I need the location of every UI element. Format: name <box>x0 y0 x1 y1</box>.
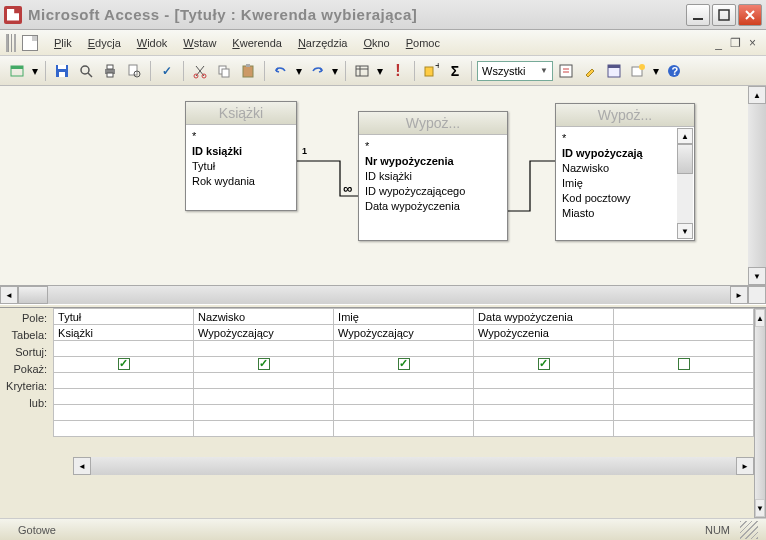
help-button[interactable]: ? <box>663 60 685 82</box>
spelling-button[interactable]: ✓ <box>156 60 178 82</box>
save-button[interactable] <box>51 60 73 82</box>
table-field[interactable]: Data wypożyczenia <box>365 199 501 214</box>
top-values-input[interactable] <box>482 65 534 77</box>
grid-cell-sortuj[interactable] <box>614 341 754 357</box>
table-header[interactable]: Książki <box>186 102 296 125</box>
new-object-dropdown[interactable]: ▾ <box>651 60 661 82</box>
grid-cell-e2[interactable] <box>474 421 614 437</box>
grid-cell-pokaz[interactable] <box>334 357 474 373</box>
cut-button[interactable] <box>189 60 211 82</box>
show-checkbox[interactable] <box>258 358 270 370</box>
menu-narzędzia[interactable]: Narzędzia <box>290 33 356 53</box>
scroll-thumb[interactable] <box>18 286 48 304</box>
table-field[interactable]: ID książki <box>192 144 290 159</box>
grid-cell-pole[interactable]: Data wypożyczenia <box>474 309 614 325</box>
grid-cell-e1[interactable] <box>614 405 754 421</box>
table-field[interactable]: Kod pocztowy <box>562 191 672 206</box>
qbe-grid[interactable]: TytułNazwiskoImięData wypożyczeniaKsiążk… <box>53 308 754 437</box>
scroll-left-icon[interactable]: ◄ <box>73 457 91 475</box>
mdi-close-button[interactable]: × <box>745 36 760 50</box>
grid-cell-lub[interactable] <box>194 389 334 405</box>
properties-button[interactable] <box>555 60 577 82</box>
grid-cell-sortuj[interactable] <box>334 341 474 357</box>
table-field[interactable]: Rok wydania <box>192 174 290 189</box>
menu-widok[interactable]: Widok <box>129 33 176 53</box>
resize-grip-icon[interactable] <box>740 521 758 539</box>
menu-kwerenda[interactable]: Kwerenda <box>224 33 290 53</box>
diagram-vscroll[interactable]: ▲ ▼ <box>748 86 766 285</box>
paste-button[interactable] <box>237 60 259 82</box>
grid-cell-pole[interactable]: Imię <box>334 309 474 325</box>
grid-cell-tabela[interactable] <box>614 325 754 341</box>
grid-cell-kryteria[interactable] <box>474 373 614 389</box>
grid-cell-e2[interactable] <box>614 421 754 437</box>
table-field[interactable]: Miasto <box>562 206 672 221</box>
table-field[interactable]: ID wypożyczają <box>562 146 672 161</box>
show-checkbox[interactable] <box>538 358 550 370</box>
build-button[interactable] <box>579 60 601 82</box>
toolbar-handle-icon[interactable] <box>6 34 16 52</box>
table-field[interactable]: Nazwisko <box>562 161 672 176</box>
new-object-button[interactable] <box>627 60 649 82</box>
scroll-right-icon[interactable]: ► <box>730 286 748 304</box>
table-box-0[interactable]: Książki*ID książkiTytułRok wydania <box>185 101 297 211</box>
view-button[interactable] <box>6 60 28 82</box>
scroll-down-icon[interactable]: ▼ <box>755 499 765 517</box>
grid-cell-pole[interactable] <box>614 309 754 325</box>
grid-cell-lub[interactable] <box>54 389 194 405</box>
view-dropdown-button[interactable]: ▾ <box>30 60 40 82</box>
run-button[interactable]: ! <box>387 60 409 82</box>
grid-cell-lub[interactable] <box>334 389 474 405</box>
copy-button[interactable] <box>213 60 235 82</box>
show-checkbox[interactable] <box>678 358 690 370</box>
grid-cell-e1[interactable] <box>334 405 474 421</box>
grid-cell-tabela[interactable]: Wypożyczający <box>334 325 474 341</box>
grid-cell-pokaz[interactable] <box>194 357 334 373</box>
close-button[interactable] <box>738 4 762 26</box>
grid-cell-tabela[interactable]: Wypożyczający <box>194 325 334 341</box>
grid-hscroll[interactable]: ◄ ► <box>73 457 754 475</box>
diagram-hscroll[interactable]: ◄ ► <box>0 286 766 304</box>
table-header[interactable]: Wypoż... <box>359 112 507 135</box>
search-button[interactable] <box>75 60 97 82</box>
maximize-button[interactable] <box>712 4 736 26</box>
table-field[interactable]: Nr wypożyczenia <box>365 154 501 169</box>
grid-vscroll[interactable]: ▲ ▼ <box>754 308 766 518</box>
redo-dropdown[interactable]: ▾ <box>330 60 340 82</box>
show-checkbox[interactable] <box>118 358 130 370</box>
grid-cell-kryteria[interactable] <box>614 373 754 389</box>
scroll-down-icon[interactable]: ▼ <box>748 267 766 285</box>
table-scroll[interactable]: ▲▼ <box>677 128 693 239</box>
diagram-pane[interactable]: 1 ∞ Książki*ID książkiTytułRok wydaniaWy… <box>0 86 766 286</box>
table-field[interactable]: ID książki <box>365 169 501 184</box>
combo-arrow-icon[interactable]: ▼ <box>540 66 548 75</box>
table-field[interactable]: * <box>365 139 501 154</box>
menu-okno[interactable]: Okno <box>355 33 397 53</box>
grid-cell-e2[interactable] <box>54 421 194 437</box>
grid-cell-sortuj[interactable] <box>54 341 194 357</box>
totals-button[interactable]: Σ <box>444 60 466 82</box>
grid-cell-pole[interactable]: Tytuł <box>54 309 194 325</box>
table-field[interactable]: Imię <box>562 176 672 191</box>
table-field[interactable]: * <box>562 131 672 146</box>
query-type-button[interactable] <box>351 60 373 82</box>
grid-cell-lub[interactable] <box>614 389 754 405</box>
minimize-button[interactable] <box>686 4 710 26</box>
grid-cell-kryteria[interactable] <box>54 373 194 389</box>
database-window-button[interactable] <box>603 60 625 82</box>
undo-dropdown[interactable]: ▾ <box>294 60 304 82</box>
undo-button[interactable] <box>270 60 292 82</box>
grid-cell-kryteria[interactable] <box>334 373 474 389</box>
table-box-1[interactable]: Wypoż...*Nr wypożyczeniaID książkiID wyp… <box>358 111 508 241</box>
scroll-left-icon[interactable]: ◄ <box>0 286 18 304</box>
grid-cell-e2[interactable] <box>334 421 474 437</box>
mdi-restore-button[interactable]: ❐ <box>726 36 745 50</box>
print-preview-button[interactable] <box>123 60 145 82</box>
grid-cell-pole[interactable]: Nazwisko <box>194 309 334 325</box>
grid-cell-tabela[interactable]: Wypożyczenia <box>474 325 614 341</box>
menu-plik[interactable]: Plik <box>46 33 80 53</box>
menu-wstaw[interactable]: Wstaw <box>175 33 224 53</box>
grid-cell-e2[interactable] <box>194 421 334 437</box>
scroll-right-icon[interactable]: ► <box>736 457 754 475</box>
menu-edycja[interactable]: Edycja <box>80 33 129 53</box>
